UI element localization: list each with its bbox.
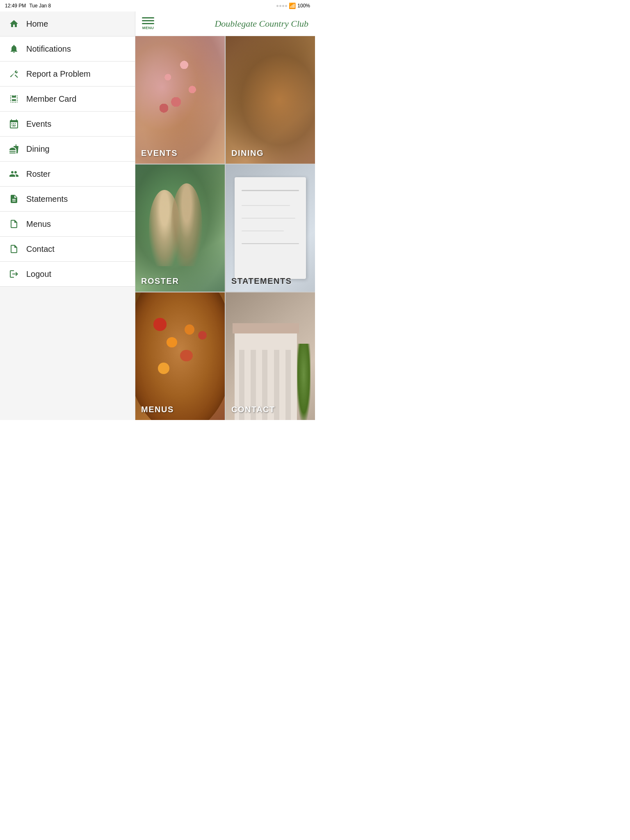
- menu-bar-1: [142, 17, 154, 18]
- sidebar-label-report: Report a Problem: [26, 69, 91, 79]
- file-icon: [8, 218, 20, 230]
- tile-dining[interactable]: DINING: [226, 36, 315, 164]
- tile-statements-label: STATEMENTS: [231, 276, 292, 286]
- sidebar-item-contact[interactable]: Contact: [0, 237, 135, 262]
- home-icon: [8, 18, 20, 30]
- tile-dining-label: DINING: [231, 148, 264, 158]
- menu-bar-3: [142, 23, 154, 24]
- sidebar-item-home[interactable]: Home: [0, 11, 135, 37]
- brand-title: Doublegate Country Club: [215, 18, 308, 29]
- tile-events[interactable]: EVENTS: [135, 36, 225, 164]
- main-content: MENU Doublegate Country Club EVENTS DINI…: [135, 11, 315, 420]
- sidebar-label-home: Home: [26, 19, 48, 29]
- sidebar-label-member-card: Member Card: [26, 94, 76, 104]
- sidebar-label-events: Events: [26, 119, 51, 129]
- sidebar-item-dining[interactable]: Dining: [0, 137, 135, 162]
- tiles-grid: EVENTS DINING ROSTER: [135, 36, 315, 420]
- menu-label: MENU: [142, 26, 154, 30]
- tile-menus[interactable]: MENUS: [135, 292, 225, 420]
- menu-bar-2: [142, 20, 154, 21]
- battery-percent: 100%: [297, 3, 310, 9]
- wifi-icon: 📶: [289, 2, 296, 9]
- sidebar-label-menus: Menus: [26, 219, 51, 229]
- sidebar-item-roster[interactable]: Roster: [0, 162, 135, 187]
- sidebar: Home Notifications Report a Pro: [0, 11, 135, 420]
- sidebar-item-statements[interactable]: Statements: [0, 187, 135, 212]
- status-bar: 12:49 PM Tue Jan 8 📶 100%: [0, 0, 315, 11]
- document-icon: [8, 193, 20, 205]
- time: 12:49 PM: [5, 3, 26, 9]
- bell-icon: [8, 43, 20, 55]
- tile-menus-label: MENUS: [141, 405, 174, 414]
- menu-button[interactable]: MENU: [142, 17, 154, 30]
- sidebar-label-contact: Contact: [26, 244, 55, 254]
- person-icon: [8, 168, 20, 180]
- sidebar-item-report[interactable]: Report a Problem: [0, 62, 135, 87]
- sidebar-item-menus[interactable]: Menus: [0, 212, 135, 237]
- tile-roster-label: ROSTER: [141, 276, 179, 286]
- tile-statements[interactable]: STATEMENTS: [226, 164, 315, 292]
- fork-icon: [8, 143, 20, 155]
- svg-text:30: 30: [12, 124, 16, 127]
- date: Tue Jan 8: [29, 3, 51, 9]
- wrench-icon: [8, 68, 20, 80]
- tile-contact-label: CONTACT: [231, 405, 275, 414]
- sidebar-label-notifications: Notifications: [26, 44, 71, 54]
- calendar-icon: 30: [8, 118, 20, 130]
- top-header: MENU Doublegate Country Club: [135, 11, 315, 36]
- sidebar-label-dining: Dining: [26, 144, 50, 154]
- signal-icon: [276, 5, 287, 7]
- contact-file-icon: [8, 243, 20, 255]
- card-icon: [8, 93, 20, 105]
- sidebar-label-logout: Logout: [26, 269, 51, 279]
- status-bar-left: 12:49 PM Tue Jan 8: [5, 3, 51, 9]
- sidebar-item-logout[interactable]: Logout: [0, 262, 135, 287]
- logout-icon: [8, 268, 20, 280]
- app-container: Home Notifications Report a Pro: [0, 11, 315, 420]
- status-bar-right: 📶 100%: [276, 2, 310, 9]
- sidebar-item-events[interactable]: 30 Events: [0, 112, 135, 137]
- tile-contact[interactable]: CONTACT: [226, 292, 315, 420]
- sidebar-item-member-card[interactable]: Member Card: [0, 87, 135, 112]
- tile-events-label: EVENTS: [141, 148, 178, 158]
- tile-roster[interactable]: ROSTER: [135, 164, 225, 292]
- sidebar-label-roster: Roster: [26, 169, 50, 179]
- sidebar-label-statements: Statements: [26, 194, 68, 204]
- sidebar-item-notifications[interactable]: Notifications: [0, 37, 135, 62]
